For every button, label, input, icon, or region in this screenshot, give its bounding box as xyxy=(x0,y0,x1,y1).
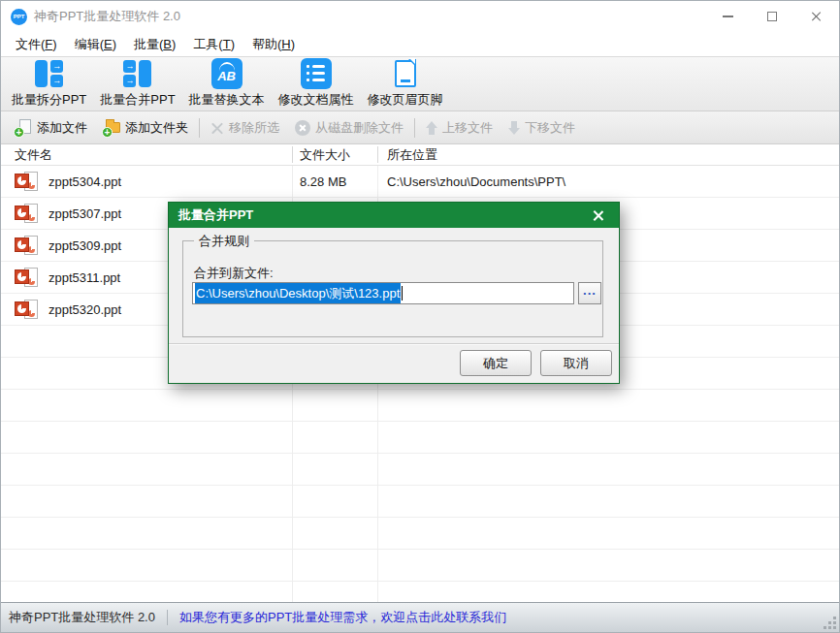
header-footer-button[interactable]: 修改页眉页脚 xyxy=(361,56,450,111)
maximize-button[interactable] xyxy=(750,1,794,32)
file-name: zppt5320.ppt xyxy=(48,302,121,317)
file-size: 8.28 MB xyxy=(292,174,377,189)
app-window: PPT 神奇PPT批量处理软件 2.0 文件(F) 编辑(E) 批量(B) 工具… xyxy=(0,0,840,633)
merge-target-input[interactable]: C:\Users\zhou\Desktop\测试\123.ppt xyxy=(192,282,574,304)
minimize-icon xyxy=(723,16,733,17)
dialog-divider xyxy=(169,343,619,345)
app-logo-icon: PPT xyxy=(11,9,27,25)
toolbar-label: 批量替换文本 xyxy=(189,91,265,109)
table-row-empty xyxy=(1,390,839,422)
move-down-button: 下移文件 xyxy=(501,115,583,141)
doc-properties-icon xyxy=(300,58,333,89)
file-toolbar: + 添加文件 + 添加文件夹 移除所选 从磁盘删除文件 上移文件 下移文件 xyxy=(1,111,839,144)
menu-help[interactable]: 帮助(H) xyxy=(243,32,304,56)
file-name: zppt5307.ppt xyxy=(48,206,121,221)
add-folder-button[interactable]: + 添加文件夹 xyxy=(95,115,196,141)
ok-button[interactable]: 确定 xyxy=(460,350,532,376)
delete-disk-icon xyxy=(295,120,310,136)
text-caret xyxy=(402,286,403,301)
table-row-empty xyxy=(1,582,839,604)
table-row[interactable]: zppt5304.ppt 8.28 MB C:\Users\zhou\Docum… xyxy=(1,166,839,198)
window-title: 神奇PPT批量处理软件 2.0 xyxy=(34,1,180,32)
browse-button[interactable]: ... xyxy=(578,282,601,304)
file-name: zppt5304.ppt xyxy=(48,174,121,189)
status-app-name: 神奇PPT批量处理软件 2.0 xyxy=(9,609,155,626)
toolbar-label: 修改页眉页脚 xyxy=(368,91,443,109)
status-separator xyxy=(167,610,168,625)
main-toolbar: → → 批量拆分PPT → → 批量合并PPT A xyxy=(1,56,839,111)
minimize-button[interactable] xyxy=(705,1,750,32)
group-box-label: 合并规则 xyxy=(194,233,254,250)
add-file-icon: + xyxy=(15,119,32,137)
toolbar-separator xyxy=(414,118,415,138)
table-row-empty xyxy=(1,550,839,582)
column-header-location[interactable]: 所在位置 xyxy=(377,144,839,165)
column-divider xyxy=(377,146,378,163)
table-row-empty xyxy=(1,518,839,550)
ppt-file-icon xyxy=(15,268,40,288)
add-folder-icon: + xyxy=(103,119,120,137)
merge-ppt-dialog: 批量合并PPT 合并规则 合并到新文件: C:\Users\zhou\Deskt… xyxy=(168,202,620,384)
window-controls xyxy=(705,1,839,32)
toolbar-label: 批量合并PPT xyxy=(100,91,175,109)
replace-text-icon: AB xyxy=(210,58,243,89)
toolbar-separator xyxy=(199,118,200,138)
split-ppt-icon: → → xyxy=(33,58,66,89)
close-button[interactable] xyxy=(794,1,839,32)
split-ppt-button[interactable]: → → 批量拆分PPT xyxy=(5,56,93,111)
resize-grip-icon[interactable] xyxy=(824,617,836,629)
dialog-title: 批量合并PPT xyxy=(178,207,253,222)
table-header: 文件名 文件大小 所在位置 xyxy=(1,144,839,166)
file-name: zppt5309.ppt xyxy=(48,238,121,253)
menu-batch[interactable]: 批量(B) xyxy=(125,32,184,56)
selected-path-text: C:\Users\zhou\Desktop\测试\123.ppt xyxy=(195,283,401,303)
ppt-file-icon xyxy=(15,172,40,192)
maximize-icon xyxy=(767,12,777,21)
ppt-file-icon xyxy=(15,236,40,256)
contact-link[interactable]: 如果您有更多的PPT批量处理需求，欢迎点击此处联系我们 xyxy=(179,609,506,626)
file-name: zppt5311.ppt xyxy=(48,270,120,285)
arrow-down-icon xyxy=(508,121,520,135)
merge-ppt-icon: → → xyxy=(121,58,154,89)
table-row-empty xyxy=(1,454,839,486)
column-header-filename[interactable]: 文件名 xyxy=(1,144,292,165)
toolbar-label: 批量拆分PPT xyxy=(12,91,86,109)
merge-target-label: 合并到新文件: xyxy=(194,265,274,282)
remove-icon xyxy=(210,121,224,135)
title-bar: PPT 神奇PPT批量处理软件 2.0 xyxy=(1,1,839,32)
replace-text-button[interactable]: AB 批量替换文本 xyxy=(182,56,272,111)
file-location: C:\Users\zhou\Documents\PPT\ xyxy=(377,174,839,189)
toolbar-label: 修改文档属性 xyxy=(278,91,354,109)
menu-bar: 文件(F) 编辑(E) 批量(B) 工具(T) 帮助(H) xyxy=(1,32,839,56)
dialog-close-button[interactable] xyxy=(584,203,613,228)
move-up-button: 上移文件 xyxy=(418,115,501,141)
header-footer-icon xyxy=(389,58,422,89)
dialog-title-bar[interactable]: 批量合并PPT xyxy=(169,203,619,228)
menu-edit[interactable]: 编辑(E) xyxy=(66,32,125,56)
cancel-button[interactable]: 取消 xyxy=(540,350,612,376)
ppt-file-icon xyxy=(15,300,40,320)
column-header-filesize[interactable]: 文件大小 xyxy=(292,144,377,165)
menu-file[interactable]: 文件(F) xyxy=(7,32,66,56)
remove-selected-button: 移除所选 xyxy=(203,115,287,141)
table-row-empty xyxy=(1,422,839,454)
close-icon xyxy=(593,209,605,222)
ppt-file-icon xyxy=(15,204,40,224)
menu-tools[interactable]: 工具(T) xyxy=(184,32,243,56)
doc-properties-button[interactable]: 修改文档属性 xyxy=(272,56,361,111)
column-divider xyxy=(292,146,293,163)
close-icon xyxy=(811,11,823,22)
status-bar: 神奇PPT批量处理软件 2.0 如果您有更多的PPT批量处理需求，欢迎点击此处联… xyxy=(1,602,839,632)
delete-from-disk-button: 从磁盘删除文件 xyxy=(287,115,411,141)
merge-ppt-button[interactable]: → → 批量合并PPT xyxy=(93,56,181,111)
add-file-button[interactable]: + 添加文件 xyxy=(7,115,95,141)
table-row-empty xyxy=(1,486,839,518)
arrow-up-icon xyxy=(426,121,437,135)
